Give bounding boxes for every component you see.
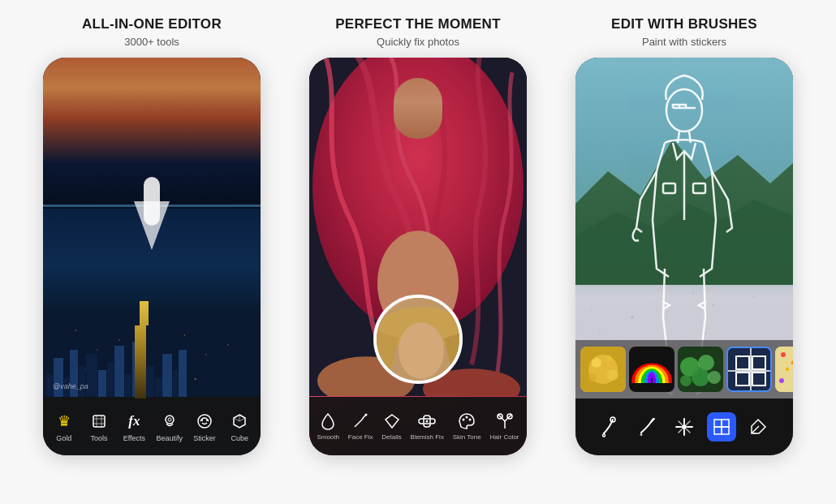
svg-line-101	[687, 421, 690, 424]
figure-dress	[134, 201, 170, 250]
tool-tools-label: Tools	[90, 434, 107, 442]
tool-effects[interactable]: fx Effects	[118, 411, 150, 442]
tool-tools[interactable]: Tools	[83, 411, 115, 442]
svg-point-20	[399, 322, 444, 379]
svg-line-107	[752, 426, 759, 433]
building	[114, 346, 124, 398]
svg-point-61	[607, 369, 618, 381]
fx-icon: fx	[123, 411, 144, 432]
brush-icon-1[interactable]	[596, 412, 625, 442]
svg-rect-104	[722, 420, 729, 427]
phone3-toolbar	[575, 398, 793, 455]
beautify-icon	[159, 411, 180, 432]
svg-point-27	[466, 416, 468, 419]
panel2-subtitle: Quickly fix photos	[377, 36, 459, 48]
phone-frame-3	[575, 58, 793, 455]
tool-beautify[interactable]: Beautify	[153, 411, 186, 442]
smooth-label: Smooth	[317, 433, 339, 441]
circle-inset-photo	[373, 295, 463, 384]
tool-gold-label: Gold	[56, 434, 71, 442]
drop-icon	[318, 411, 338, 431]
svg-rect-0	[93, 416, 105, 427]
svg-line-99	[679, 421, 682, 424]
person-face	[394, 78, 442, 139]
svg-point-7	[198, 415, 211, 428]
building	[146, 366, 154, 398]
tower-tip	[140, 301, 149, 325]
panel3-title: EDIT With BRUSHES	[611, 16, 757, 32]
face-fix-label: Face Fix	[348, 433, 373, 441]
phone1-background: @vahe_pa ♛ Gold	[43, 58, 261, 455]
panel-perfect-moment: PERFECT THE MOMENT Quickly fix photos	[292, 16, 544, 455]
svg-point-68	[708, 371, 721, 384]
tool-cube-label: Cube	[231, 434, 249, 442]
tower	[135, 325, 146, 398]
panel1-subtitle: 3000+ tools	[124, 36, 179, 48]
building	[179, 350, 187, 398]
crop-icon	[88, 411, 110, 432]
eraser-icon[interactable]	[743, 412, 773, 442]
svg-line-102	[679, 429, 682, 433]
app-container: ALL-IN-ONE EDITOR 3000+ tools	[0, 0, 836, 504]
tool-sticker-label: Sticker	[193, 434, 216, 442]
panel2-title: PERFECT THE MOMENT	[335, 16, 501, 32]
tool-smooth[interactable]: Smooth	[317, 411, 339, 441]
svg-point-39	[692, 291, 695, 295]
tool-face-fix[interactable]: Face Fix	[348, 411, 373, 441]
tool-sticker[interactable]: Sticker	[188, 411, 221, 442]
tool-hair-color[interactable]: Hair Color	[490, 411, 519, 441]
tool-gold[interactable]: ♛ Gold	[48, 411, 80, 442]
blemish-fix-label: Blemish Fix	[411, 433, 444, 441]
palette-icon	[457, 411, 476, 431]
brush-rainbow[interactable]	[629, 347, 674, 392]
bandage-icon	[417, 411, 437, 431]
brush-strip	[575, 340, 793, 398]
svg-point-59	[592, 358, 601, 368]
phone1-toolbar: ♛ Gold	[43, 397, 261, 455]
svg-point-78	[781, 352, 786, 357]
svg-point-67	[692, 368, 709, 386]
tool-effects-label: Effects	[123, 434, 145, 442]
tool-skin-tone[interactable]: Skin Tone	[453, 411, 481, 441]
svg-point-38	[672, 312, 674, 314]
svg-line-100	[687, 429, 690, 433]
building	[107, 362, 114, 398]
svg-point-26	[463, 419, 465, 421]
svg-point-35	[611, 296, 613, 298]
brush-confetti[interactable]	[775, 347, 793, 392]
tool-cube[interactable]: Cube	[223, 411, 256, 442]
svg-point-9	[206, 420, 208, 421]
svg-point-25	[426, 420, 429, 423]
brush-gold[interactable]	[580, 347, 626, 392]
confetti-brush-preview	[775, 347, 793, 392]
building	[125, 374, 131, 398]
brush-icon-2[interactable]	[632, 412, 661, 442]
panel1-title: ALL-IN-ONE EDITOR	[82, 16, 222, 32]
tool-details[interactable]: Details	[381, 411, 401, 441]
svg-point-81	[786, 368, 789, 371]
hair-photo: Smooth Face Fix	[309, 58, 527, 455]
crown-icon: ♛	[54, 411, 75, 432]
building	[86, 354, 97, 398]
building	[173, 370, 178, 398]
svg-rect-106	[722, 427, 729, 434]
tool-blemish-fix[interactable]: Blemish Fix	[411, 411, 444, 441]
hair-color-label: Hair Color	[490, 433, 519, 441]
svg-point-46	[647, 328, 650, 331]
brush-green[interactable]	[678, 347, 723, 392]
sparkle-icon[interactable]	[670, 412, 699, 442]
stamp-icon[interactable]	[707, 412, 736, 442]
building	[54, 358, 63, 398]
panel-all-in-one: ALL-IN-ONE EDITOR 3000+ tools	[26, 16, 278, 455]
sticker-icon	[194, 411, 215, 432]
scissors-icon	[495, 411, 515, 431]
wand-icon	[351, 411, 370, 431]
svg-point-5	[166, 416, 174, 424]
brush-selected[interactable]	[726, 347, 772, 392]
gold-brush-preview	[580, 347, 626, 392]
svg-point-28	[469, 419, 472, 421]
svg-point-44	[599, 333, 601, 334]
building	[162, 354, 172, 398]
svg-line-21	[355, 420, 362, 427]
phone2-toolbar: Smooth Face Fix	[309, 397, 527, 455]
